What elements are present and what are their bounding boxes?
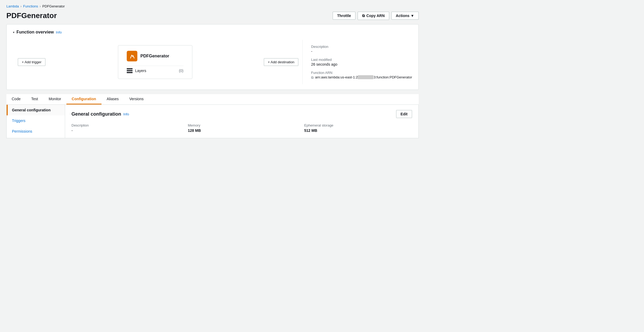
config-layout: General configuration Triggers Permissio… bbox=[6, 105, 419, 138]
overview-meta: Description - Last modified 26 seconds a… bbox=[302, 40, 412, 84]
add-trigger-button[interactable]: + Add trigger bbox=[18, 58, 45, 66]
overview-panel-title: Function overview bbox=[16, 30, 54, 35]
arn-text: arn:aws:lambda:us-east-1:2 3:function:PD… bbox=[315, 75, 412, 79]
copy-arn-label: Copy ARN bbox=[366, 14, 385, 18]
copy-arn-button[interactable]: ⧉ Copy ARN bbox=[358, 12, 389, 20]
field-ephemeral-label: Ephemeral storage bbox=[304, 123, 412, 127]
function-card: PDFGenerator Layers (0) bbox=[118, 45, 192, 79]
breadcrumb-sep1: › bbox=[20, 5, 22, 8]
meta-description: Description - bbox=[311, 45, 412, 53]
general-config-info-link[interactable]: Info bbox=[123, 112, 129, 116]
config-fields: Description - Memory 128 MB Ephemeral st… bbox=[71, 123, 412, 133]
config-main-title: General configuration Info bbox=[71, 111, 129, 117]
meta-last-modified: Last modified 26 seconds ago bbox=[311, 58, 412, 66]
lambda-icon bbox=[127, 51, 137, 61]
field-description: Description - bbox=[71, 123, 179, 133]
overview-body: + Add trigger PDFGenerator bbox=[13, 40, 412, 84]
panel-header: ▾ Function overview Info bbox=[13, 30, 412, 35]
arn-account-blurred bbox=[358, 75, 374, 79]
actions-button[interactable]: Actions ▼ bbox=[391, 12, 419, 20]
field-memory-value: 128 MB bbox=[188, 128, 296, 133]
field-memory: Memory 128 MB bbox=[188, 123, 296, 133]
collapse-icon[interactable]: ▾ bbox=[13, 31, 14, 34]
layers-count: (0) bbox=[179, 69, 183, 73]
tab-versions[interactable]: Versions bbox=[124, 94, 149, 104]
breadcrumb-functions[interactable]: Functions bbox=[23, 4, 38, 8]
sidebar-item-general-configuration[interactable]: General configuration bbox=[7, 105, 65, 115]
overview-info-link[interactable]: Info bbox=[56, 30, 62, 34]
function-card-header: PDFGenerator bbox=[127, 51, 184, 61]
breadcrumb: Lambda › Functions › PDFGenerator bbox=[6, 4, 419, 8]
arn-prefix: arn:aws:lambda:us-east-1:2 bbox=[315, 75, 358, 79]
add-destination-area: + Add destination bbox=[260, 40, 302, 84]
last-modified-label: Last modified bbox=[311, 58, 412, 62]
arn-row: ⧉ arn:aws:lambda:us-east-1:2 3:function:… bbox=[311, 75, 412, 80]
arn-suffix: 3:function:PDFGenerator bbox=[374, 75, 412, 79]
last-modified-value: 26 seconds ago bbox=[311, 62, 412, 66]
page-title: PDFGenerator bbox=[6, 11, 57, 20]
config-main-header: General configuration Info Edit bbox=[71, 110, 412, 118]
description-value: - bbox=[311, 49, 412, 53]
overview-left: + Add trigger bbox=[13, 40, 50, 84]
actions-caret-icon: ▼ bbox=[410, 14, 414, 18]
layers-label: Layers bbox=[135, 69, 146, 73]
field-description-label: Description bbox=[71, 123, 179, 127]
breadcrumb-current: PDFGenerator bbox=[42, 4, 65, 8]
meta-arn: Function ARN ⧉ arn:aws:lambda:us-east-1:… bbox=[311, 71, 412, 80]
arn-copy-icon[interactable]: ⧉ bbox=[311, 75, 313, 80]
tab-test[interactable]: Test bbox=[26, 94, 43, 104]
tab-aliases[interactable]: Aliases bbox=[101, 94, 124, 104]
breadcrumb-lambda[interactable]: Lambda bbox=[6, 4, 19, 8]
config-sidebar: General configuration Triggers Permissio… bbox=[7, 105, 65, 138]
field-memory-label: Memory bbox=[188, 123, 296, 127]
overview-center: PDFGenerator Layers (0) bbox=[50, 40, 260, 84]
throttle-button[interactable]: Throttle bbox=[333, 12, 355, 20]
layers-row: Layers (0) bbox=[127, 66, 184, 73]
sidebar-item-permissions[interactable]: Permissions bbox=[7, 126, 65, 137]
field-ephemeral-value: 512 MB bbox=[304, 128, 412, 133]
general-config-title: General configuration bbox=[71, 111, 121, 117]
tabs-bar: Code Test Monitor Configuration Aliases … bbox=[6, 94, 419, 105]
description-label: Description bbox=[311, 45, 412, 49]
function-overview-panel: ▾ Function overview Info + Add trigger bbox=[6, 24, 419, 90]
field-description-value: - bbox=[71, 128, 179, 133]
actions-label: Actions bbox=[396, 14, 409, 18]
arn-label: Function ARN bbox=[311, 71, 412, 75]
function-card-name: PDFGenerator bbox=[141, 54, 169, 58]
sidebar-item-triggers[interactable]: Triggers bbox=[7, 115, 65, 126]
tab-configuration[interactable]: Configuration bbox=[66, 94, 101, 104]
tab-monitor[interactable]: Monitor bbox=[43, 94, 66, 104]
field-ephemeral: Ephemeral storage 512 MB bbox=[304, 123, 412, 133]
add-destination-button[interactable]: + Add destination bbox=[264, 58, 298, 66]
breadcrumb-sep2: › bbox=[40, 5, 41, 8]
layers-icon bbox=[127, 68, 133, 73]
header-actions: Throttle ⧉ Copy ARN Actions ▼ bbox=[333, 12, 419, 20]
tab-code[interactable]: Code bbox=[6, 94, 26, 104]
edit-button[interactable]: Edit bbox=[396, 110, 412, 118]
config-main: General configuration Info Edit Descript… bbox=[65, 105, 418, 138]
copy-icon: ⧉ bbox=[362, 14, 365, 18]
page-header: PDFGenerator Throttle ⧉ Copy ARN Actions… bbox=[6, 11, 419, 20]
